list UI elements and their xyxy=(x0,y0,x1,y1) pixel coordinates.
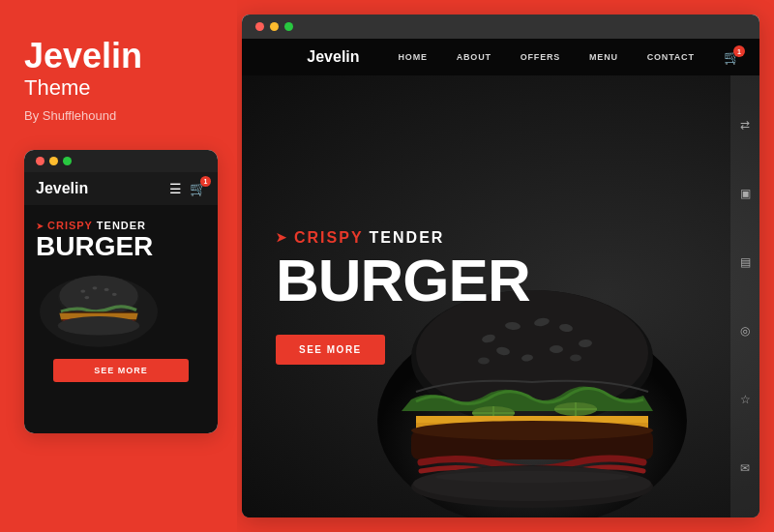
svg-point-9 xyxy=(58,316,140,336)
mobile-window-header xyxy=(24,150,218,172)
svg-point-21 xyxy=(570,355,581,362)
hamburger-icon[interactable]: ☰ xyxy=(169,181,182,196)
desktop-dot-yellow xyxy=(270,22,279,31)
mobile-preview-card: Jevelin ☰ 🛒 1 ➤ CRISPY TENDER xyxy=(24,150,218,433)
brand-name: Jevelin Theme By Shufflehound xyxy=(24,39,142,123)
mobile-logo: Jevelin xyxy=(36,180,88,197)
nav-about[interactable]: ABOUT xyxy=(457,52,491,62)
desktop-window-header xyxy=(242,15,759,39)
sidebar-share-icon[interactable]: ⇄ xyxy=(740,118,750,132)
hero-see-more-button[interactable]: SEE MORE xyxy=(276,335,385,365)
mobile-see-more-button[interactable]: SEE MORE xyxy=(53,359,189,382)
window-dot-red xyxy=(36,157,45,165)
mobile-burger-title: BURGER xyxy=(36,233,206,260)
nav-offers[interactable]: OFFERS xyxy=(521,52,560,62)
nav-home[interactable]: HOME xyxy=(399,52,428,62)
sidebar-mail-icon[interactable]: ✉ xyxy=(740,461,750,475)
window-dot-green xyxy=(63,157,72,165)
svg-point-30 xyxy=(411,421,653,440)
svg-point-33 xyxy=(435,471,629,483)
left-panel: Jevelin Theme By Shufflehound Jevelin ☰ … xyxy=(0,0,237,532)
sidebar-star-icon[interactable]: ☆ xyxy=(740,393,751,406)
desktop-sidebar-icons: ⇄ ▣ ▤ ◎ ☆ ✉ xyxy=(730,75,759,517)
desktop-logo: Jevelin xyxy=(307,48,359,66)
hero-content: ➤ CRISPY TENDER BURGER SEE MORE xyxy=(242,210,564,384)
mobile-arrow-icon: ➤ xyxy=(36,221,44,231)
svg-point-4 xyxy=(93,286,98,289)
hero-tagline: ➤ CRISPY TENDER xyxy=(276,229,530,247)
desktop-cart-badge: 1 xyxy=(733,45,745,57)
svg-point-5 xyxy=(104,288,109,291)
mobile-hero-text: ➤ CRISPY TENDER BURGER xyxy=(36,220,206,260)
sidebar-layout-icon[interactable]: ▤ xyxy=(740,255,751,269)
mobile-nav-icons: ☰ 🛒 1 xyxy=(169,180,206,197)
desktop-preview-card: Jevelin HOME ABOUT OFFERS MENU CONTACT 🛒… xyxy=(242,15,759,517)
sidebar-settings-icon[interactable]: ◎ xyxy=(740,324,750,338)
right-panel: Jevelin HOME ABOUT OFFERS MENU CONTACT 🛒… xyxy=(237,0,774,532)
mobile-burger-illustration xyxy=(36,260,162,347)
svg-point-7 xyxy=(84,296,89,299)
desktop-dot-green xyxy=(284,22,293,31)
nav-contact[interactable]: CONTACT xyxy=(647,52,695,62)
mobile-cart[interactable]: 🛒 1 xyxy=(190,180,206,197)
desktop-cart-icon: 🛒 1 xyxy=(724,49,740,65)
svg-point-6 xyxy=(112,293,117,296)
svg-point-3 xyxy=(80,289,85,292)
sidebar-photo-icon[interactable]: ▣ xyxy=(740,187,751,200)
mobile-crispy-text: CRISPY TENDER xyxy=(47,220,146,231)
desktop-site-body: Jevelin HOME ABOUT OFFERS MENU CONTACT 🛒… xyxy=(242,39,759,517)
window-dot-yellow xyxy=(49,157,58,165)
hero-arrow-icon: ➤ xyxy=(276,230,288,245)
desktop-dot-red xyxy=(255,22,264,31)
desktop-hero-section: ➤ CRISPY TENDER BURGER SEE MORE xyxy=(242,75,759,517)
mobile-card-body: Jevelin ☰ 🛒 1 ➤ CRISPY TENDER xyxy=(24,172,218,433)
mobile-nav: Jevelin ☰ 🛒 1 xyxy=(24,172,218,205)
cart-badge: 1 xyxy=(200,176,211,187)
desktop-cart[interactable]: 🛒 1 xyxy=(724,49,740,65)
nav-menu[interactable]: MENU xyxy=(589,52,618,62)
desktop-nav: Jevelin HOME ABOUT OFFERS MENU CONTACT 🛒… xyxy=(242,39,759,75)
hero-tender-word: TENDER xyxy=(370,229,445,247)
mobile-hero: ➤ CRISPY TENDER BURGER xyxy=(24,205,218,351)
hero-crispy-word: CRISPY xyxy=(294,229,364,247)
hero-burger-title: BURGER xyxy=(276,251,530,310)
